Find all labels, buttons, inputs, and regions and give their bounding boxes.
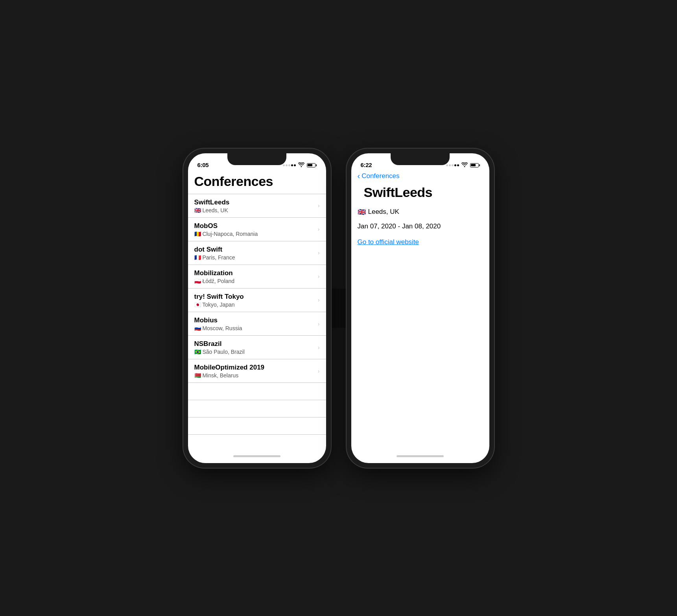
home-bar (397, 455, 444, 457)
detail-title: SwiftLeeds (358, 183, 483, 208)
phone-list: 6:05 (183, 149, 331, 468)
home-indicator (188, 450, 326, 463)
back-button-label: Conferences (362, 172, 399, 180)
empty-row (188, 417, 326, 435)
item-location: 🇵🇱 Łódź, Poland (194, 278, 315, 284)
battery-icon (470, 163, 480, 167)
status-time: 6:05 (197, 162, 209, 168)
wifi-icon (461, 162, 468, 168)
empty-row (188, 383, 326, 400)
status-icons (446, 162, 480, 168)
notch (391, 153, 450, 165)
home-indicator (351, 450, 489, 463)
list-item[interactable]: dot Swift 🇫🇷 Paris, France › (188, 241, 326, 265)
item-name: NSBrazil (194, 340, 315, 348)
list-item[interactable]: Mobius 🇷🇺 Moscow, Russia › (188, 312, 326, 336)
chevron-right-icon: › (318, 273, 320, 279)
conference-list: SwiftLeeds 🇬🇧 Leeds, UK › MobOS 🇷🇴 Cluj-… (188, 194, 326, 450)
back-button[interactable]: ‹ Conferences (358, 172, 400, 180)
status-icons (283, 162, 317, 168)
item-name: MobileOptimized 2019 (194, 363, 315, 372)
chevron-right-icon: › (318, 250, 320, 256)
list-screen: Conferences SwiftLeeds 🇬🇧 Leeds, UK › (188, 171, 326, 450)
status-time: 6:22 (361, 162, 372, 168)
list-item[interactable]: MobileOptimized 2019 🇧🇾 Minsk, Belarus › (188, 359, 326, 383)
item-name: SwiftLeeds (194, 198, 315, 207)
nav-bar: ‹ Conferences (351, 171, 489, 183)
item-location: 🇧🇾 Minsk, Belarus (194, 372, 315, 379)
chevron-right-icon: › (318, 297, 320, 303)
item-name: Mobilization (194, 269, 315, 278)
home-bar (233, 455, 280, 457)
item-name: MobOS (194, 222, 315, 230)
flag-icon: 🇬🇧 (358, 208, 366, 216)
list-item[interactable]: NSBrazil 🇧🇷 São Paulo, Brazil › (188, 336, 326, 359)
item-location: 🇷🇴 Cluj-Napoca, Romania (194, 231, 315, 237)
chevron-right-icon: › (318, 344, 320, 351)
detail-content: SwiftLeeds 🇬🇧 Leeds, UK Jan 07, 2020 - J… (351, 183, 489, 246)
item-name: dot Swift (194, 245, 315, 254)
phone-detail: 6:22 (347, 149, 494, 468)
signal-icon (283, 164, 296, 166)
back-chevron-icon: ‹ (358, 172, 360, 180)
chevron-right-icon: › (318, 226, 320, 232)
signal-icon (446, 164, 459, 166)
list-item[interactable]: MobOS 🇷🇴 Cluj-Napoca, Romania › (188, 218, 326, 241)
list-item[interactable]: try! Swift Tokyo 🇯🇵 Tokyo, Japan › (188, 289, 326, 312)
item-name: try! Swift Tokyo (194, 292, 315, 301)
official-website-link[interactable]: Go to official website (358, 238, 419, 246)
item-location: 🇬🇧 Leeds, UK (194, 207, 315, 213)
item-location: 🇷🇺 Moscow, Russia (194, 325, 315, 331)
chevron-right-icon: › (318, 202, 320, 209)
chevron-right-icon: › (318, 368, 320, 374)
detail-dates: Jan 07, 2020 - Jan 08, 2020 (358, 222, 483, 230)
detail-screen: ‹ Conferences SwiftLeeds 🇬🇧 Leeds, UK Ja… (351, 171, 489, 450)
item-location: 🇯🇵 Tokyo, Japan (194, 302, 315, 308)
list-item[interactable]: Mobilization 🇵🇱 Łódź, Poland › (188, 265, 326, 289)
item-location: 🇧🇷 São Paulo, Brazil (194, 349, 315, 355)
notch (227, 153, 286, 165)
wifi-icon (298, 162, 304, 168)
battery-icon (307, 163, 317, 167)
item-name: Mobius (194, 316, 315, 325)
empty-row (188, 400, 326, 417)
list-item[interactable]: SwiftLeeds 🇬🇧 Leeds, UK › (188, 194, 326, 218)
empty-row (188, 435, 326, 449)
chevron-right-icon: › (318, 321, 320, 327)
detail-location: 🇬🇧 Leeds, UK (358, 208, 483, 216)
page-title: Conferences (188, 171, 326, 194)
item-location: 🇫🇷 Paris, France (194, 254, 315, 261)
